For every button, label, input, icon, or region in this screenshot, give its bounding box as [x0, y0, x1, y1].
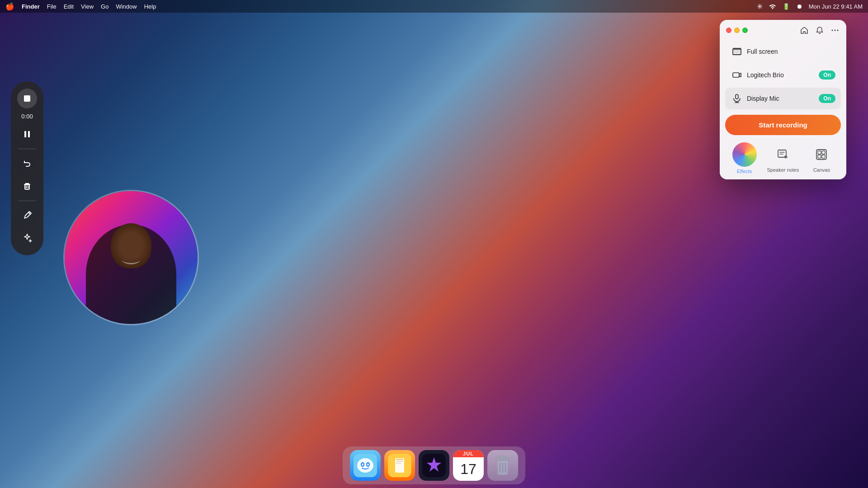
svg-rect-2 — [25, 185, 29, 189]
dock-notch[interactable] — [419, 450, 449, 481]
panel-titlebar — [720, 20, 846, 39]
fullscreen-icon — [731, 45, 743, 58]
cal-day: 17 — [453, 457, 484, 481]
recording-panel: Full screen Logitech Brio On Display Mic… — [720, 20, 846, 179]
svg-rect-23 — [822, 155, 825, 158]
menubar: 🍎 Finder File Edit View Go Window Help ✳… — [0, 0, 868, 13]
camera-preview — [63, 190, 199, 325]
mic-row[interactable]: Display Mic On — [725, 88, 841, 109]
wifi-icon[interactable] — [769, 4, 776, 9]
trash-icon — [487, 450, 518, 481]
person-silhouette — [65, 191, 198, 324]
stop-btn[interactable] — [17, 89, 37, 108]
camera-label: Logitech Brio — [747, 71, 819, 79]
speaker-notes-icon — [772, 144, 794, 165]
control-center-icon[interactable]: ⏺ — [796, 3, 802, 10]
svg-point-28 — [362, 464, 363, 466]
effects-label: Effects — [737, 169, 752, 174]
menu-window[interactable]: Window — [116, 3, 137, 10]
svg-rect-11 — [733, 73, 739, 77]
delete-btn[interactable] — [17, 176, 37, 196]
effects-item[interactable]: Effects — [728, 142, 761, 174]
close-btn[interactable] — [726, 28, 731, 33]
svg-rect-32 — [396, 459, 403, 460]
home-btn[interactable] — [799, 25, 809, 35]
dock: JUL 17 — [343, 446, 525, 484]
app-name[interactable]: Finder — [22, 3, 40, 10]
svg-rect-13 — [736, 94, 738, 99]
svg-point-29 — [367, 464, 369, 466]
datetime: Mon Jun 22 9:41 AM — [809, 3, 863, 10]
mic-label: Display Mic — [747, 95, 819, 102]
finder-icon — [350, 450, 381, 481]
floating-toolbar: 0:00 — [11, 81, 43, 255]
menu-view[interactable]: View — [81, 3, 94, 10]
maximize-btn[interactable] — [742, 28, 748, 33]
timer-display: 0:00 — [21, 111, 33, 122]
menu-edit[interactable]: Edit — [64, 3, 74, 10]
books-icon — [384, 450, 415, 481]
battery-icon[interactable]: 🔋 — [783, 3, 790, 10]
draw-btn[interactable] — [17, 206, 37, 225]
mic-toggle[interactable]: On — [819, 94, 835, 103]
svg-rect-1 — [28, 131, 30, 137]
toolbar-divider — [18, 149, 36, 149]
svg-rect-33 — [396, 461, 403, 462]
svg-rect-9 — [734, 49, 740, 54]
more-btn[interactable] — [830, 25, 840, 35]
mic-icon — [731, 92, 743, 105]
svg-rect-21 — [822, 151, 825, 154]
camera-row[interactable]: Logitech Brio On — [725, 64, 841, 86]
canvas-icon — [811, 144, 832, 165]
svg-rect-34 — [396, 463, 401, 464]
menu-go[interactable]: Go — [101, 3, 108, 10]
svg-marker-12 — [739, 73, 741, 77]
effects-btn[interactable] — [17, 228, 37, 248]
camera-icon — [731, 69, 743, 81]
canvas-item[interactable]: Canvas — [805, 144, 838, 173]
svg-rect-20 — [818, 151, 821, 154]
cal-month: JUL — [453, 450, 484, 457]
svg-point-7 — [837, 30, 839, 31]
start-recording-btn[interactable]: Start recording — [725, 115, 841, 135]
apple-menu[interactable]: 🍎 — [5, 2, 14, 11]
notifications-btn[interactable] — [815, 25, 825, 35]
svg-rect-37 — [500, 456, 505, 458]
canvas-label: Canvas — [813, 167, 830, 173]
camera-toggle[interactable]: On — [819, 70, 835, 80]
dock-calendar[interactable]: JUL 17 — [453, 450, 484, 481]
panel-bottom-bar: Effects Speaker notes — [720, 139, 846, 176]
speaker-notes-label: Speaker notes — [767, 167, 799, 173]
svg-point-5 — [832, 30, 833, 31]
menu-file[interactable]: File — [47, 3, 57, 10]
minimize-btn[interactable] — [734, 28, 740, 33]
svg-point-25 — [357, 458, 373, 473]
pause-btn[interactable] — [17, 124, 37, 144]
svg-rect-31 — [395, 458, 404, 473]
notch-menubar-icon[interactable]: ✳ — [757, 2, 763, 11]
fullscreen-label: Full screen — [747, 48, 835, 55]
notch-app-icon — [419, 450, 449, 481]
calendar-icon: JUL 17 — [453, 450, 484, 481]
dock-books[interactable] — [384, 450, 415, 481]
svg-rect-0 — [24, 131, 26, 137]
dock-finder[interactable] — [350, 450, 381, 481]
speaker-notes-item[interactable]: Speaker notes — [767, 144, 799, 173]
toolbar-divider-2 — [18, 201, 36, 201]
svg-rect-10 — [733, 48, 741, 50]
svg-point-6 — [835, 30, 836, 31]
fullscreen-row[interactable]: Full screen — [725, 41, 841, 62]
undo-btn[interactable] — [17, 154, 37, 174]
menu-help[interactable]: Help — [144, 3, 156, 10]
dock-trash[interactable] — [487, 450, 518, 481]
effects-orb — [732, 142, 757, 167]
svg-rect-22 — [818, 155, 821, 158]
